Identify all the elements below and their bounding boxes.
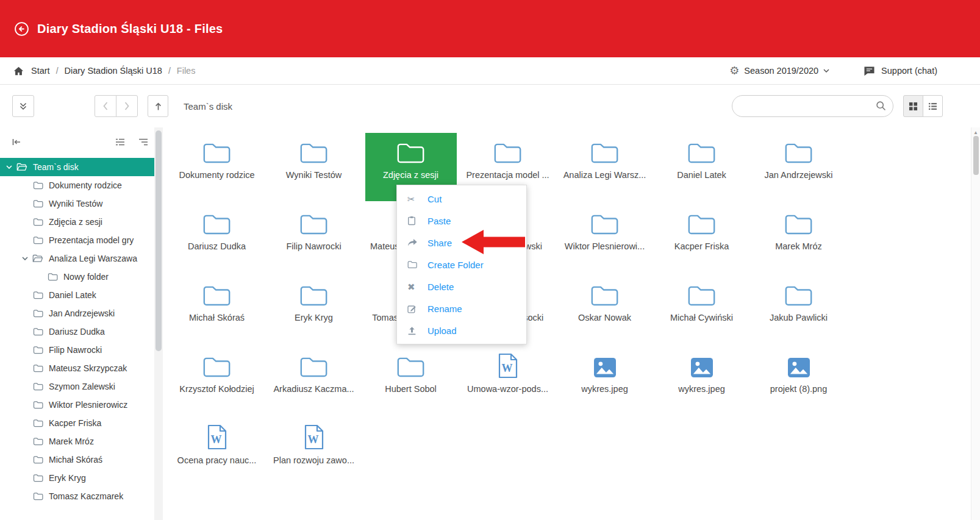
file-tile[interactable]: W wykres.jpeg <box>559 347 651 415</box>
file-tile[interactable]: W Krzysztof Kołodziej <box>171 347 263 415</box>
menu-item-label: Delete <box>427 282 454 292</box>
files-grid: W Dokumenty rodzice W <box>168 133 980 490</box>
file-tile-label: Prezentacja model ... <box>466 170 549 180</box>
search-icon[interactable] <box>876 101 886 113</box>
file-tile[interactable]: W Eryk Kryg <box>268 276 360 344</box>
file-tile[interactable]: W Wiktor Plesnierowi... <box>559 204 651 272</box>
app-header: Diary Stadion Śląski U18 - Files <box>0 0 980 57</box>
grid-view-button[interactable] <box>903 95 923 117</box>
file-tile-label: wykres.jpeg <box>678 384 725 394</box>
tree-item[interactable]: Marek Mróz <box>0 432 154 451</box>
file-tile[interactable]: W Analiza Legi Warsz... <box>559 133 651 201</box>
delete-x-icon: ✖ <box>407 282 421 291</box>
tree-item[interactable]: Eryk Kryg <box>0 469 154 487</box>
file-tile[interactable]: W Filip Nawrocki <box>268 204 360 272</box>
breadcrumb-item-files: Files <box>177 66 196 76</box>
folder-icon <box>299 282 328 307</box>
file-tile[interactable]: W projekt (8).png <box>753 347 845 415</box>
menu-item-upload[interactable]: Upload <box>397 319 526 341</box>
menu-item-create-folder[interactable]: Create Folder <box>397 254 526 276</box>
list-view-button[interactable] <box>923 95 943 117</box>
file-tile[interactable]: W Jakub Pawlicki <box>753 276 845 344</box>
file-tile[interactable]: W Umowa-wzor-pods... <box>462 347 554 415</box>
file-tile-label: Plan rozwoju zawo... <box>273 455 354 465</box>
chevron-left-icon <box>103 102 108 110</box>
tree-item[interactable]: Daniel Latek <box>0 286 154 304</box>
tree-item[interactable]: Mateusz Skrzypczak <box>0 359 154 377</box>
folder-icon <box>33 199 43 208</box>
create-folder-icon <box>407 260 421 269</box>
tree-item[interactable]: Filip Nawrocki <box>0 341 154 359</box>
forward-button[interactable] <box>116 95 138 117</box>
tree-item[interactable]: Dokumenty rodzice <box>0 176 154 194</box>
file-tile-label: Ocena pracy nauc... <box>177 455 257 465</box>
file-tile[interactable]: W Wyniki Testów <box>268 133 360 201</box>
tree-item[interactable]: Zdjęcia z sesji <box>0 213 154 231</box>
collapse-panel-icon[interactable] <box>12 138 21 146</box>
tree-item[interactable]: Jan Andrzejewski <box>0 304 154 322</box>
tree-item[interactable]: Analiza Legi Warszawa <box>0 249 154 268</box>
file-tile[interactable]: W Marek Mróz <box>753 204 845 272</box>
home-icon[interactable] <box>13 66 24 76</box>
expand-all-icon[interactable] <box>138 138 148 146</box>
folder-icon <box>33 364 43 372</box>
file-tile[interactable]: W Ocena pracy nauc... <box>171 418 263 486</box>
list-view-icon <box>928 102 937 110</box>
breadcrumb-item-diary[interactable]: Diary Stadion Śląski U18 <box>65 66 162 76</box>
tree-item[interactable]: Wiktor Plesnierowicz <box>0 396 154 414</box>
file-tile[interactable]: W wykres.jpeg <box>656 347 748 415</box>
menu-item-rename[interactable]: Rename <box>397 297 526 319</box>
file-tile[interactable]: W Michał Skóraś <box>171 276 263 344</box>
tree-item-label: Wyniki Testów <box>49 199 102 208</box>
tree-item[interactable]: Prezentacja model gry <box>0 231 154 249</box>
chevron-down-icon[interactable] <box>6 165 12 169</box>
file-tile[interactable]: W Jan Andrzejewski <box>753 133 845 201</box>
file-tile[interactable]: W Dokumenty rodzice <box>171 133 263 201</box>
scroll-up-arrow-icon[interactable]: ▲ <box>971 127 980 135</box>
support-chat-button[interactable]: Support (chat) <box>864 66 937 76</box>
tree-item[interactable]: Nowy folder <box>0 268 154 286</box>
folder-icon <box>299 210 328 236</box>
tree-item-label: Dariusz Dudka <box>49 327 105 337</box>
file-tile-label: Kacper Friska <box>674 241 729 251</box>
sidebar-header <box>0 131 154 153</box>
tree-item[interactable]: Tomasz Kaczmarek <box>0 487 154 505</box>
file-tile-label: Arkadiusz Kaczma... <box>273 384 354 394</box>
tree-item[interactable]: Team`s disk <box>0 158 154 176</box>
folder-icon <box>299 139 328 165</box>
collapse-toolbar-button[interactable] <box>12 95 34 117</box>
menu-item-delete[interactable]: ✖ Delete <box>397 276 526 297</box>
search-input[interactable] <box>732 95 893 117</box>
file-tile[interactable]: W Plan rozwoju zawo... <box>268 418 360 486</box>
page-title: Diary Stadion Śląski U18 - Files <box>37 22 223 36</box>
files-toolbar: Team`s disk <box>0 85 980 127</box>
file-tile[interactable]: W Dariusz Dudka <box>171 204 263 272</box>
sidebar-scrollbar[interactable] <box>154 127 163 520</box>
tree-item[interactable]: Kacper Friska <box>0 414 154 432</box>
chevron-down-icon[interactable] <box>22 257 28 260</box>
up-level-button[interactable] <box>148 95 168 117</box>
tree-item[interactable]: Michał Skóraś <box>0 451 154 469</box>
file-tile[interactable]: W Kacper Friska <box>656 204 748 272</box>
collapse-all-icon[interactable] <box>115 138 125 146</box>
support-label: Support (chat) <box>881 66 937 76</box>
breadcrumb-item-start[interactable]: Start <box>31 66 50 76</box>
folder-icon <box>33 236 43 244</box>
back-button[interactable] <box>95 95 116 117</box>
sidebar-scrollbar-thumb[interactable] <box>156 130 162 351</box>
tree-item[interactable]: Szymon Zalewski <box>0 377 154 396</box>
tree-item[interactable]: Dariusz Dudka <box>0 322 154 341</box>
file-tile[interactable]: W Michał Cywiński <box>656 276 748 344</box>
folder-icon <box>33 437 43 446</box>
file-tile[interactable]: W Daniel Latek <box>656 133 748 201</box>
season-selector[interactable]: ⚙ Season 2019/2020 <box>729 65 829 76</box>
main-vertical-scrollbar[interactable]: ▲ <box>971 127 980 520</box>
tree-item-label: Tomasz Kaczmarek <box>49 491 123 501</box>
file-tile[interactable]: W Arkadiusz Kaczma... <box>268 347 360 415</box>
back-circle-icon[interactable] <box>13 21 29 37</box>
main-scrollbar-thumb[interactable] <box>973 136 979 175</box>
menu-item-cut[interactable]: ✂ Cut <box>397 188 526 210</box>
file-tile[interactable]: W Hubert Sobol <box>365 347 457 415</box>
tree-item[interactable]: Wyniki Testów <box>0 194 154 213</box>
file-tile[interactable]: W Oskar Nowak <box>559 276 651 344</box>
